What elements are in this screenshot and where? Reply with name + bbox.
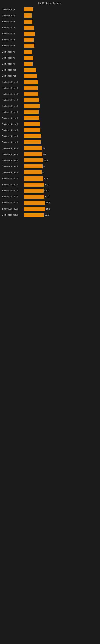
bar-wrapper: 52.7 [24, 158, 98, 162]
bar [24, 207, 45, 211]
table-row: Bottleneck result55.6 [2, 206, 98, 212]
bar-label: Bottleneck result [2, 141, 24, 144]
bar-wrapper [24, 116, 98, 120]
bar-wrapper: 54.4 [24, 182, 98, 186]
bar-label: Bottleneck result [2, 171, 24, 174]
bar [24, 32, 35, 36]
table-row: Bottleneck result [2, 109, 98, 115]
bar-value: 50 [43, 153, 46, 156]
chart-container: Bottleneck reBottleneck reBottleneck reB… [0, 6, 100, 219]
bar [24, 80, 38, 84]
bar [24, 98, 39, 102]
table-row: Bottleneck result49 [2, 146, 98, 151]
bar [24, 14, 32, 18]
bar-wrapper [24, 104, 98, 108]
table-row: Bottleneck res [2, 73, 98, 79]
bar-wrapper: 51 [24, 164, 98, 168]
bar-wrapper [24, 134, 98, 138]
table-row: Bottleneck result [2, 91, 98, 97]
bar-wrapper: 4 [24, 170, 98, 174]
bar [24, 170, 42, 174]
bar [24, 176, 43, 180]
bar-wrapper [24, 62, 98, 66]
table-row: Bottleneck result52.7 [2, 158, 98, 163]
table-row: Bottleneck result54.7 [2, 194, 98, 200]
bar-wrapper [24, 98, 98, 102]
bar [24, 152, 42, 156]
table-row: Bottleneck result54.4 [2, 182, 98, 187]
bar-value: 51 [43, 165, 46, 168]
bar-label: Bottleneck result [2, 196, 24, 198]
bar-wrapper: 55.6 [24, 207, 98, 211]
bar-wrapper [24, 56, 98, 60]
table-row: Bottleneck result51 [2, 164, 98, 169]
bar-label: Bottleneck result [2, 117, 24, 119]
bar-label: Bottleneck re [2, 32, 24, 35]
table-row: Bottleneck result52.5 [2, 176, 98, 181]
bar-label: Bottleneck result [2, 147, 24, 150]
bar-label: Bottleneck re [2, 26, 24, 29]
bar-value: 4 [42, 171, 44, 174]
bar-wrapper [24, 92, 98, 96]
bar-value: 55.6 [46, 208, 50, 210]
table-row: Bottleneck result53.5 [2, 212, 98, 218]
bar-value: 49 [43, 147, 45, 150]
table-row: Bottleneck result4 [2, 170, 98, 175]
bar-value: 55% [46, 202, 50, 204]
bar-value: 54.7 [45, 196, 50, 198]
bar [24, 50, 32, 54]
bar [24, 201, 45, 205]
bar-label: Bottleneck re [2, 20, 24, 23]
bar-label: Bottleneck result [2, 81, 24, 83]
bar [24, 8, 33, 12]
bar [24, 194, 44, 199]
bar [24, 92, 38, 96]
table-row: Bottleneck re [2, 55, 98, 60]
table-row: Bottleneck re [2, 7, 98, 12]
bar-label: Bottleneck res [2, 75, 24, 77]
bar-wrapper [24, 20, 98, 24]
bar-label: Bottleneck result [2, 135, 24, 138]
bar-wrapper [24, 44, 98, 48]
bar-wrapper [24, 110, 98, 114]
bar-wrapper [24, 38, 98, 42]
table-row: Bottleneck result [2, 103, 98, 109]
bar-label: Bottleneck re [2, 38, 24, 41]
bar-label: Bottleneck re [2, 62, 24, 65]
bar-label: Bottleneck res [2, 69, 24, 71]
bar-wrapper [24, 74, 98, 78]
bar-wrapper [24, 140, 98, 144]
table-row: Bottleneck result53.8 [2, 188, 98, 194]
bar-wrapper: 53.5 [24, 213, 98, 217]
table-row: Bottleneck re [2, 37, 98, 42]
bar [24, 68, 36, 72]
bar [24, 140, 41, 144]
table-row: Bottleneck re [2, 19, 98, 24]
bar-wrapper: 54.7 [24, 194, 98, 199]
bar-wrapper: 55% [24, 201, 98, 205]
table-row: Bottleneck result [2, 134, 98, 139]
bar-wrapper: 53.8 [24, 188, 98, 192]
bar-label: Bottleneck re [2, 50, 24, 53]
bar-wrapper: 50 [24, 152, 98, 156]
bar-label: Bottleneck result [2, 177, 24, 180]
bar-wrapper [24, 128, 98, 132]
bar [24, 86, 38, 90]
bar-value: 52.5 [44, 177, 48, 180]
table-row: Bottleneck result55% [2, 200, 98, 206]
bar-label: Bottleneck result [2, 105, 24, 107]
bar [24, 128, 40, 132]
bar-label: Bottleneck result [2, 93, 24, 95]
bar-wrapper [24, 80, 98, 84]
table-row: Bottleneck result [2, 121, 98, 127]
bar-wrapper [24, 68, 98, 72]
bar-wrapper: 52.5 [24, 176, 98, 180]
bar [24, 146, 42, 150]
bar [24, 74, 37, 78]
table-row: Bottleneck res [2, 67, 98, 73]
bar [24, 38, 34, 42]
bar-label: Bottleneck re [2, 14, 24, 17]
bar [24, 188, 44, 192]
bar [24, 182, 44, 186]
bar-wrapper [24, 26, 98, 30]
